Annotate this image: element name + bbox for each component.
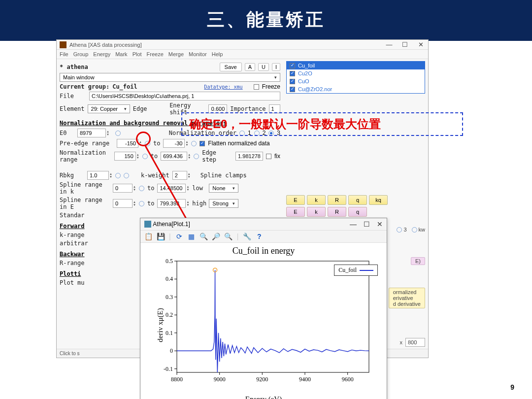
edge-label: Edge — [133, 105, 147, 112]
datatype-link[interactable]: Datatype: xmu — [204, 84, 242, 90]
flatten-checkbox[interactable] — [200, 141, 205, 146]
current-group-label: Current group: — [60, 83, 109, 90]
group-checkbox[interactable] — [290, 71, 295, 76]
rbkg-pick2[interactable] — [124, 173, 129, 178]
group-item[interactable]: Cu_foil — [287, 62, 425, 69]
splinek-hi[interactable]: 14.48500▲▼ — [157, 184, 189, 193]
splinee-lo[interactable]: 0▲▼ — [113, 199, 136, 208]
normrange-label: Normalization range — [60, 149, 111, 163]
kweight-field[interactable]: 2▲▼ — [172, 171, 191, 180]
minimize-button[interactable]: — — [385, 41, 394, 48]
importance-label: Importance — [230, 105, 266, 112]
plot-area: Cu_foil in energy deriv xμ(E) 8800900092… — [140, 246, 387, 399]
norm-lo-pick[interactable] — [142, 154, 148, 159]
clamp-low-dropdown[interactable]: None — [209, 184, 238, 193]
chart-title: Cu_foil in energy — [140, 246, 387, 256]
plot-close[interactable]: ✕ — [377, 220, 383, 228]
norm-lo-field[interactable]: 150▲▼ — [114, 152, 139, 161]
svg-text:0.3: 0.3 — [166, 294, 173, 300]
svg-text:9200: 9200 — [256, 376, 268, 383]
menu-energy[interactable]: Energy — [93, 51, 110, 57]
plot-window-title: Athena[Plot.1] — [153, 221, 190, 228]
plot-maximize[interactable]: ☐ — [364, 220, 370, 228]
help-icon[interactable]: ? — [255, 233, 263, 240]
plot-space-k[interactable]: k — [307, 195, 326, 205]
splinee-hi[interactable]: 799.393▲▼ — [157, 199, 189, 208]
preedge-hi-field[interactable]: -30▲▼ — [163, 139, 188, 148]
preedge-hi-pick[interactable] — [191, 141, 197, 146]
to-label3: to — [147, 185, 154, 192]
group-checkbox[interactable] — [290, 87, 295, 92]
norm-hi-pick[interactable] — [194, 154, 199, 159]
fix-checkbox[interactable] — [266, 154, 271, 159]
app-title: Athena [XAS data processing] — [69, 42, 142, 48]
freeze-checkbox[interactable] — [254, 84, 259, 90]
main-window-dropdown[interactable]: Main window — [60, 73, 280, 82]
edgestep-field[interactable]: 1.981278 — [235, 152, 263, 161]
to-label4: to — [147, 200, 154, 207]
btn-a[interactable]: A — [245, 63, 255, 71]
menu-plot[interactable]: Plot — [133, 51, 142, 57]
plot-titlebar: Athena[Plot.1] — ☐ ✕ — [140, 218, 387, 231]
plot-minimize[interactable]: — — [350, 220, 357, 228]
btn-i[interactable]: I — [272, 63, 280, 71]
plot-space-r[interactable]: R — [328, 207, 346, 217]
plot-toolbar[interactable]: 📋 💾 | ⟳ ▦ 🔍 🔎 🔍 | 🔧 ? — [140, 231, 387, 243]
plot-space-e[interactable]: E — [286, 207, 305, 217]
plot-space-e[interactable]: E — [286, 195, 305, 205]
splinek-lo-pick[interactable] — [139, 186, 144, 191]
clamp-high-dropdown[interactable]: Strong — [209, 199, 238, 208]
splinek-lo[interactable]: 0▲▼ — [113, 184, 136, 193]
splinee-lo-pick[interactable] — [139, 201, 144, 206]
close-button[interactable]: ✕ — [416, 41, 425, 48]
clamp-low-label: low — [192, 185, 206, 192]
btn-u[interactable]: U — [258, 63, 269, 71]
menubar[interactable]: FileGroupEnergyMarkPlotFreezeMergeMonito… — [57, 50, 428, 59]
refresh-icon[interactable]: ⟳ — [175, 233, 183, 240]
maximize-button[interactable]: ☐ — [400, 41, 409, 48]
plot-space-kq[interactable]: kq — [369, 195, 388, 205]
e0-pick-button[interactable] — [115, 131, 121, 136]
norm-hi-field[interactable]: 699.436▲▼ — [161, 152, 191, 161]
e0-field[interactable]: 8979▲▼ — [77, 129, 109, 137]
group-item[interactable]: Cu@ZrO2.nor — [287, 85, 425, 93]
group-list[interactable]: Cu_foilCu2OCuOCu@ZrO2.nor — [286, 61, 425, 94]
menu-freeze[interactable]: Freeze — [147, 51, 164, 57]
menu-mark[interactable]: Mark — [115, 51, 127, 57]
element-label: Element — [60, 105, 85, 112]
menu-help[interactable]: Help — [212, 51, 223, 57]
group-checkbox[interactable] — [290, 63, 295, 68]
plot-space-q[interactable]: q — [348, 207, 367, 217]
menu-merge[interactable]: Merge — [168, 51, 184, 57]
zoom-in-icon[interactable]: 🔍 — [200, 233, 208, 240]
menu-file[interactable]: File — [60, 51, 68, 57]
to-label2: to — [151, 153, 158, 160]
group-item[interactable]: Cu2O — [287, 69, 425, 77]
settings-icon[interactable]: 🔧 — [243, 233, 251, 240]
freeze-label: Freeze — [262, 83, 280, 90]
group-checkbox[interactable] — [290, 79, 295, 84]
rbkg-pick[interactable] — [115, 173, 121, 178]
plot-space-q[interactable]: q — [348, 195, 367, 205]
menu-group[interactable]: Group — [73, 51, 89, 57]
page-number: 9 — [510, 383, 514, 391]
svg-text:0.4: 0.4 — [166, 275, 173, 282]
grid-icon[interactable]: ▦ — [188, 233, 196, 240]
menu-monitor[interactable]: Monitor — [189, 51, 207, 57]
reset-zoom-icon[interactable]: 🔍 — [225, 233, 233, 240]
element-dropdown[interactable]: 29: Copper — [88, 104, 130, 113]
current-group: Cu_foil — [112, 83, 137, 90]
spline-clamps-label: Spline clamps — [200, 172, 247, 179]
plot-space-r[interactable]: R — [328, 195, 346, 205]
svg-text:0.5: 0.5 — [166, 258, 173, 265]
save-plot-icon[interactable]: 💾 — [157, 233, 165, 240]
plot-space-k[interactable]: k — [307, 207, 326, 217]
svg-text:0.2: 0.2 — [166, 311, 173, 318]
group-item[interactable]: CuO — [287, 77, 425, 85]
clipboard-icon[interactable]: 📋 — [144, 233, 152, 240]
save-button[interactable]: Save — [220, 63, 242, 71]
svg-text:8800: 8800 — [171, 376, 183, 383]
rbkg-field[interactable]: 1.0▲▼ — [87, 171, 112, 180]
svg-text:9000: 9000 — [214, 376, 226, 383]
zoom-out-icon[interactable]: 🔎 — [212, 233, 220, 240]
